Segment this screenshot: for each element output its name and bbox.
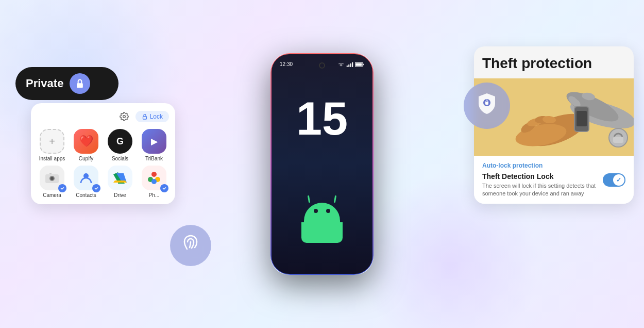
app-name-cupify: Cupify xyxy=(79,156,93,161)
svg-rect-13 xyxy=(348,64,349,67)
lock-icon xyxy=(70,73,90,94)
gear-icon[interactable] xyxy=(117,109,131,124)
app-name-install: Install apps xyxy=(39,156,65,161)
socials-icon: G xyxy=(108,129,132,154)
phone-number: 15 xyxy=(296,95,348,142)
camera-icon xyxy=(40,166,64,190)
app-grid: + Install apps ❤️ Cupify G Socials ▶ Tri… xyxy=(37,129,169,198)
svg-rect-18 xyxy=(355,63,362,65)
svg-rect-15 xyxy=(352,62,353,67)
drive-icon xyxy=(108,166,132,190)
phone-status-bar: 12:30 xyxy=(272,61,372,67)
install-apps-icon: + xyxy=(40,129,64,154)
theft-card-bottom: Auto-lock protection Theft Detection Loc… xyxy=(474,156,634,204)
photos-icon xyxy=(142,166,166,190)
phone-time: 12:30 xyxy=(280,61,293,67)
private-pill[interactable]: Private xyxy=(15,67,118,100)
theft-card-title: Theft protection xyxy=(474,46,634,78)
robot-head xyxy=(304,203,340,222)
toggle-knob: ✓ xyxy=(613,174,624,186)
theft-detection-desc: The screen will lock if this setting det… xyxy=(482,182,598,198)
svg-rect-36 xyxy=(577,111,587,126)
app-item-tribank[interactable]: ▶ TriBank xyxy=(139,129,169,161)
svg-point-22 xyxy=(486,100,488,102)
lock-button-label: Lock xyxy=(150,113,163,120)
app-item-socials[interactable]: G Socials xyxy=(105,129,135,161)
svg-rect-17 xyxy=(363,63,364,65)
app-name-contacts: Contacts xyxy=(76,192,96,198)
app-item-photos[interactable]: Ph... xyxy=(139,166,169,198)
app-grid-card: Lock + Install apps ❤️ Cupify G Socials … xyxy=(31,103,175,204)
auto-lock-label: Auto-lock protection xyxy=(482,162,625,169)
shield-icon xyxy=(474,91,499,121)
robot-eye-left xyxy=(314,209,318,213)
app-name-tribank: TriBank xyxy=(145,156,163,161)
svg-rect-12 xyxy=(347,65,348,67)
app-item-cupify[interactable]: ❤️ Cupify xyxy=(71,129,101,161)
app-item-contacts[interactable]: Contacts xyxy=(71,166,101,198)
fingerprint-bubble xyxy=(170,225,211,266)
lock-button[interactable]: Lock xyxy=(135,111,169,122)
svg-point-5 xyxy=(50,177,54,180)
app-name-socials: Socials xyxy=(112,156,128,161)
theft-detection-title: Theft Detection Lock xyxy=(482,172,598,181)
cupify-icon: ❤️ xyxy=(74,129,98,154)
contacts-icon xyxy=(74,166,98,190)
svg-rect-2 xyxy=(143,117,146,120)
android-robot xyxy=(301,203,343,243)
robot-torso xyxy=(301,222,343,243)
tribank-icon: ▶ xyxy=(142,129,166,154)
svg-point-1 xyxy=(123,116,125,118)
app-item-drive[interactable]: Drive xyxy=(105,166,135,198)
private-tab-card: Private xyxy=(15,67,118,105)
svg-rect-6 xyxy=(49,173,52,174)
fingerprint-icon xyxy=(180,233,201,258)
svg-rect-0 xyxy=(77,83,83,88)
phone: 12:30 xyxy=(270,53,374,275)
robot-body xyxy=(301,203,343,243)
robot-eye-right xyxy=(326,209,330,213)
svg-rect-38 xyxy=(613,137,623,143)
app-name-camera: Camera xyxy=(43,192,61,198)
phone-container: 12:30 xyxy=(270,53,374,275)
svg-point-11 xyxy=(151,179,157,184)
app-item-camera[interactable]: Camera xyxy=(37,166,67,198)
svg-point-8 xyxy=(151,172,157,177)
app-item-install[interactable]: + Install apps xyxy=(37,129,67,161)
theft-detection-row: Theft Detection Lock The screen will loc… xyxy=(482,172,625,198)
private-label: Private xyxy=(26,77,63,90)
app-name-drive: Drive xyxy=(114,192,126,198)
toggle-check-icon: ✓ xyxy=(616,176,621,184)
svg-rect-14 xyxy=(350,63,351,67)
shield-bubble xyxy=(464,83,510,129)
theft-detection-text: Theft Detection Lock The screen will loc… xyxy=(482,172,603,198)
app-name-photos: Ph... xyxy=(149,192,160,198)
phone-status-icons xyxy=(337,62,364,67)
robot-eyes xyxy=(314,209,330,213)
app-grid-header: Lock xyxy=(37,109,169,124)
theft-detection-toggle[interactable]: ✓ xyxy=(603,173,625,187)
